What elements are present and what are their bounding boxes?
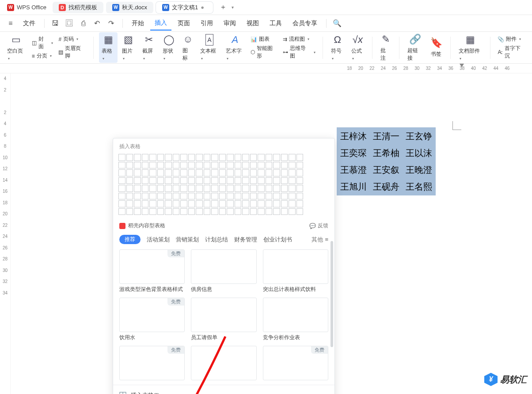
grid-cell[interactable] — [219, 200, 226, 207]
grid-cell[interactable] — [250, 162, 257, 169]
grid-cell[interactable] — [250, 208, 257, 215]
grid-cell[interactable] — [258, 185, 265, 192]
attachment-button[interactable]: 📎附件 — [498, 35, 526, 43]
grid-cell[interactable] — [258, 177, 265, 184]
grid-cell[interactable] — [273, 185, 280, 192]
grid-cell[interactable] — [196, 162, 203, 169]
grid-cell[interactable] — [296, 154, 304, 161]
grid-cell[interactable] — [204, 177, 211, 184]
grid-cell[interactable] — [149, 162, 156, 169]
grid-cell[interactable] — [227, 162, 234, 169]
grid-cell[interactable] — [134, 200, 141, 207]
grid-cell[interactable] — [180, 185, 187, 192]
grid-cell[interactable] — [157, 154, 164, 161]
grid-cell[interactable] — [250, 177, 257, 184]
grid-cell[interactable] — [211, 193, 218, 200]
grid-cell[interactable] — [142, 169, 149, 176]
comment-button[interactable]: ✎批注 — [378, 32, 394, 64]
tab-autumn-doc[interactable]: W 秋天.docx — [106, 2, 153, 13]
menu-item-1[interactable]: 插入 — [150, 16, 171, 31]
grid-cell[interactable] — [219, 193, 226, 200]
shape-button[interactable]: ◯形状 — [160, 32, 179, 63]
bookmark-button[interactable]: 🔖书签 — [428, 35, 445, 60]
template-card[interactable]: 供房信息 — [191, 249, 256, 293]
grid-cell[interactable] — [118, 193, 125, 200]
grid-cell[interactable] — [204, 169, 211, 176]
grid-cell[interactable] — [289, 193, 296, 200]
grid-cell[interactable] — [235, 208, 242, 215]
grid-cell[interactable] — [211, 162, 218, 169]
grid-cell[interactable] — [211, 169, 218, 176]
grid-cell[interactable] — [250, 193, 257, 200]
grid-cell[interactable] — [126, 177, 133, 184]
grid-cell[interactable] — [266, 185, 273, 192]
grid-cell[interactable] — [165, 154, 172, 161]
save-icon[interactable]: 🖫 — [49, 17, 61, 30]
grid-cell[interactable] — [266, 162, 273, 169]
grid-cell[interactable] — [211, 208, 218, 215]
redo-icon[interactable]: ↷ — [106, 17, 118, 30]
grid-cell[interactable] — [281, 200, 288, 207]
menu-insert-table[interactable]: 插入表格(I) — [113, 388, 334, 394]
grid-cell[interactable] — [196, 154, 203, 161]
category-item[interactable]: 财务管理 — [234, 236, 257, 244]
grid-cell[interactable] — [149, 154, 156, 161]
grid-cell[interactable] — [188, 185, 195, 192]
docparts-button[interactable]: ▦文档部件 — [456, 32, 485, 63]
grid-cell[interactable] — [235, 185, 242, 192]
grid-cell[interactable] — [173, 169, 180, 176]
grid-cell[interactable] — [273, 208, 280, 215]
grid-cell[interactable] — [118, 169, 125, 176]
grid-cell[interactable] — [173, 200, 180, 207]
grid-cell[interactable] — [296, 169, 304, 176]
grid-cell[interactable] — [118, 162, 125, 169]
pagination-button[interactable]: ≡分页 — [32, 52, 53, 60]
grid-cell[interactable] — [149, 193, 156, 200]
screenshot-button[interactable]: ✂截屏 — [140, 32, 158, 63]
grid-cell[interactable] — [296, 193, 304, 200]
grid-cell[interactable] — [235, 154, 242, 161]
grid-cell[interactable] — [149, 177, 156, 184]
grid-cell[interactable] — [173, 185, 180, 192]
grid-cell[interactable] — [134, 193, 141, 200]
template-card[interactable]: 免费 — [119, 346, 185, 380]
grid-cell[interactable] — [227, 185, 234, 192]
grid-cell[interactable] — [157, 200, 164, 207]
grid-cell[interactable] — [173, 154, 180, 161]
grid-cell[interactable] — [273, 162, 280, 169]
grid-cell[interactable] — [118, 185, 125, 192]
grid-cell[interactable] — [157, 162, 164, 169]
template-card[interactable] — [191, 346, 256, 380]
grid-cell[interactable] — [266, 177, 273, 184]
grid-cell[interactable] — [258, 154, 265, 161]
grid-cell[interactable] — [196, 185, 203, 192]
grid-cell[interactable] — [204, 208, 211, 215]
menu-item-3[interactable]: 引用 — [196, 16, 217, 31]
grid-cell[interactable] — [118, 177, 125, 184]
close-tab-icon[interactable]: ● — [201, 4, 207, 11]
grid-cell[interactable] — [289, 177, 296, 184]
grid-cell[interactable] — [126, 193, 133, 200]
grid-cell[interactable] — [242, 193, 249, 200]
grid-cell[interactable] — [196, 200, 203, 207]
grid-cell[interactable] — [142, 154, 149, 161]
grid-cell[interactable] — [266, 200, 273, 207]
grid-cell[interactable] — [219, 169, 226, 176]
category-chip-recommended[interactable]: 推荐 — [119, 235, 141, 244]
grid-cell[interactable] — [118, 200, 125, 207]
template-card[interactable]: 免费 — [263, 346, 328, 380]
grid-cell[interactable] — [258, 200, 265, 207]
category-item[interactable]: 创业计划书 — [263, 236, 292, 244]
grid-cell[interactable] — [165, 200, 172, 207]
grid-cell[interactable] — [227, 208, 234, 215]
grid-cell[interactable] — [157, 193, 164, 200]
grid-cell[interactable] — [273, 177, 280, 184]
grid-cell[interactable] — [142, 185, 149, 192]
template-card[interactable]: 竞争分析作业表 — [263, 298, 328, 341]
menu-item-6[interactable]: 工具 — [265, 16, 286, 31]
grid-cell[interactable] — [180, 162, 187, 169]
template-card[interactable]: 免费饮用水 — [119, 298, 185, 341]
grid-cell[interactable] — [235, 169, 242, 176]
grid-cell[interactable] — [173, 177, 180, 184]
grid-cell[interactable] — [266, 208, 273, 215]
